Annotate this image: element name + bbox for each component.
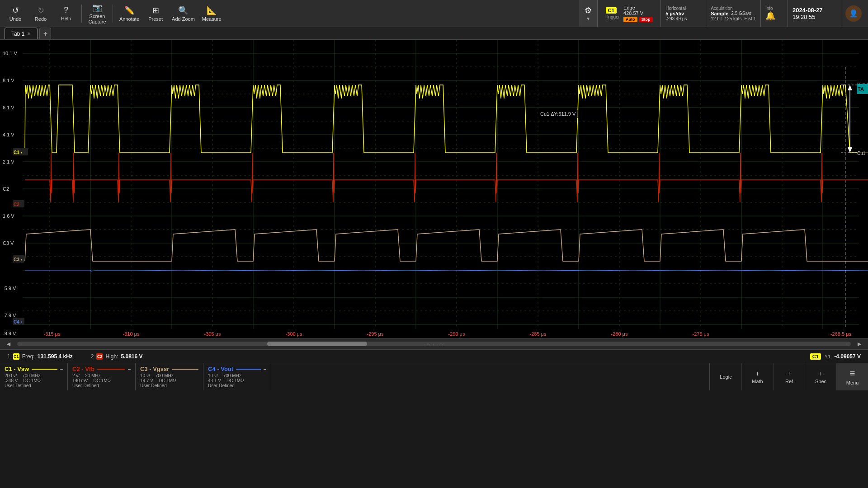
- ch3-info-block[interactable]: C3 - Vgssr 10 v/ 700 MHz 19.7 V DC 1MΩ U…: [136, 363, 203, 390]
- meas-1-value: 131.595 4 kHz: [38, 353, 73, 360]
- meas-2-label: High:: [105, 353, 118, 360]
- ch3-offset: 19.7 V: [140, 378, 153, 383]
- measurement-1: 1 C1 Freq: 131.595 4 kHz: [7, 353, 73, 360]
- date-display: 2024-08-27: [793, 7, 837, 14]
- ref-label: Ref: [785, 379, 793, 384]
- svg-text:Cu1 ΔY:611.9 V: Cu1 ΔY:611.9 V: [540, 111, 576, 117]
- trigger-panel[interactable]: C1 Trigger Edge 428.57 V Auto Stop: [597, 0, 660, 27]
- acquisition-memory: 125 kpts: [725, 16, 742, 21]
- channel-strip: C1 - Vsw – 200 v/ 700 MHz -348 V DC 1MΩ …: [0, 363, 868, 390]
- annotate-button[interactable]: ✏️ Annotate: [117, 2, 142, 25]
- ch1-freq: 700 MHz: [22, 373, 40, 378]
- ch2-user: User-Defined: [72, 383, 99, 388]
- svg-text:-305 μs: -305 μs: [204, 331, 221, 337]
- acquisition-hist: Hist 1: [744, 16, 756, 21]
- svg-text:-275 μs: -275 μs: [693, 331, 709, 337]
- redo-button[interactable]: ↻ Redo: [29, 2, 52, 25]
- svg-text:C2: C2: [14, 202, 19, 207]
- ref-plus-icon: +: [787, 370, 791, 377]
- add-tab-button[interactable]: +: [39, 28, 51, 39]
- user-icon-button[interactable]: 👤: [842, 0, 864, 27]
- ch1-info-block[interactable]: C1 - Vsw – 200 v/ 700 MHz -348 V DC 1MΩ …: [0, 363, 68, 390]
- ref-button[interactable]: + Ref: [773, 363, 805, 390]
- oscilloscope-display[interactable]: 10.1 V 8.1 V 6.1 V 4.1 V 2.1 V C2 1.6 V …: [0, 40, 868, 338]
- add-zoom-icon: 🔍: [178, 5, 188, 15]
- spec-button[interactable]: + Spec: [805, 363, 836, 390]
- trigger-ch-label: C1 Trigger: [606, 7, 620, 19]
- ch3-user: User-Defined: [140, 383, 167, 388]
- ch4-info-block[interactable]: C4 - Vout – 10 v/ 700 MHz 43.1 V DC 1MΩ …: [203, 363, 271, 390]
- horizontal-offset: -293.49 μs: [665, 16, 701, 21]
- svg-text:C3  V: C3 V: [3, 240, 14, 246]
- cursor-y1-label: Y1: [825, 354, 830, 359]
- screen-capture-button[interactable]: 📷 ScreenCapture: [85, 2, 109, 25]
- spec-label: Spec: [815, 379, 826, 384]
- scroll-thumb[interactable]: [267, 342, 367, 346]
- measure-button[interactable]: 📐 Measure: [199, 2, 224, 25]
- help-label: Help: [61, 16, 71, 21]
- math-button[interactable]: + Math: [741, 363, 773, 390]
- tab-1[interactable]: Tab 1 ✕: [5, 28, 38, 39]
- bell-icon[interactable]: 🔔: [765, 11, 783, 21]
- redo-label: Redo: [35, 16, 47, 22]
- svg-text:-290 μs: -290 μs: [448, 331, 465, 337]
- measurement-2: 2 C2 High: 5.0816 V: [91, 353, 143, 360]
- cursor-readout: C1 Y1 -4.09057 V: [810, 353, 861, 360]
- ch1-coupling: DC 1MΩ: [23, 378, 41, 383]
- menu-label: Menu: [846, 380, 859, 385]
- scroll-right-button[interactable]: ►: [854, 340, 864, 347]
- menu-button[interactable]: ≡ Menu: [836, 363, 868, 390]
- cursor-ch-badge: C1: [810, 353, 821, 360]
- ch1-name: C1 - Vsw: [5, 366, 29, 372]
- trigger-details: Edge 428.57 V Auto Stop: [623, 5, 653, 22]
- hamburger-icon: ≡: [850, 368, 855, 379]
- svg-text:C2: C2: [3, 186, 9, 192]
- logic-button[interactable]: Logic: [710, 363, 741, 390]
- undo-label: Undo: [9, 16, 21, 22]
- right-panel: Logic + Math + Ref + Spec ≡ Menu: [709, 363, 868, 390]
- ch2-line: [97, 369, 125, 370]
- ch4-line: [236, 369, 261, 370]
- svg-text:-5.9 V: -5.9 V: [3, 286, 16, 291]
- info-title: Info: [765, 6, 783, 11]
- ch2-minus: –: [128, 366, 131, 372]
- datetime-panel: 2024-08-27 19:28:55: [788, 0, 842, 27]
- svg-text:Cu1.: Cu1.: [857, 151, 867, 156]
- measurements-bar: 1 C1 Freq: 131.595 4 kHz 2 C2 High: 5.08…: [0, 350, 868, 363]
- add-zoom-button[interactable]: 🔍 Add Zoom: [169, 2, 198, 25]
- time-display: 19:28:55: [793, 14, 837, 20]
- scroll-left-button[interactable]: ◄: [4, 340, 14, 347]
- help-button[interactable]: ? Help: [54, 2, 78, 25]
- svg-text:-285 μs: -285 μs: [530, 331, 547, 337]
- ch3-freq: 700 MHz: [156, 373, 174, 378]
- acquisition-sample-rate: 2.5 GSa/s: [731, 11, 751, 16]
- preset-button[interactable]: ⊞ Preset: [144, 2, 167, 25]
- svg-text:-7.9 V: -7.9 V: [3, 313, 16, 318]
- ch1-offset: -348 V: [5, 378, 18, 383]
- ch1-user: User-Defined: [5, 383, 31, 388]
- svg-text:10.1 V: 10.1 V: [3, 51, 17, 56]
- svg-text:C4 ›: C4 ›: [14, 319, 22, 324]
- tab-close-icon[interactable]: ✕: [27, 31, 31, 36]
- measure-label: Measure: [202, 16, 222, 22]
- settings-gear-button[interactable]: ⚙ ▼: [579, 0, 597, 27]
- acquisition-panel[interactable]: Acquisition Sample 2.5 GSa/s 12 bit 125 …: [706, 0, 760, 27]
- trigger-title: Trigger: [606, 14, 620, 19]
- spec-plus-icon: +: [819, 370, 822, 377]
- info-panel[interactable]: Info 🔔: [760, 0, 788, 27]
- logic-label: Logic: [720, 374, 731, 380]
- svg-text:-300 μs: -300 μs: [286, 331, 302, 337]
- undo-button[interactable]: ↺ Undo: [4, 2, 27, 25]
- horizontal-panel[interactable]: Horizontal 5 μs/div -293.49 μs: [660, 0, 706, 27]
- ch2-offset: 140 mV: [72, 378, 88, 383]
- gear-icon: ⚙: [585, 5, 592, 15]
- preset-icon: ⊞: [152, 5, 159, 15]
- ch2-vol-div: 2 v/: [72, 373, 80, 378]
- avatar: 👤: [845, 5, 862, 22]
- svg-text:4.1 V: 4.1 V: [3, 132, 14, 137]
- ch2-info-block[interactable]: C2 - Vfb – 2 v/ 20 MHz 140 mV DC 1MΩ Use…: [68, 363, 136, 390]
- ch1-vol-div: 200 v/: [5, 373, 17, 378]
- svg-text:-310 μs: -310 μs: [123, 331, 140, 337]
- scroll-track[interactable]: · · · · ·: [17, 342, 851, 346]
- acquisition-mode: Sample: [711, 11, 728, 16]
